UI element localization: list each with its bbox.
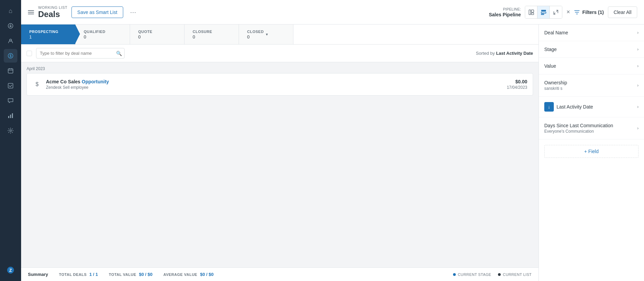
deals-list-area: April 2023 $ Acme Co Sales Opportunity Z… (21, 62, 538, 267)
acme-deal-row[interactable]: $ Acme Co Sales Opportunity Zendesk Sell… (27, 73, 533, 96)
last-activity-filter[interactable]: ↓ Last Activity Date › (539, 97, 644, 117)
prospecting-tab[interactable]: PROSPECTING 1 (21, 24, 76, 44)
summary-label: Summary (28, 272, 48, 277)
tasks-icon[interactable] (4, 79, 17, 93)
svg-point-9 (10, 130, 12, 132)
qualified-tab[interactable]: QUALIFIED 0 (76, 24, 130, 44)
svg-rect-12 (531, 10, 534, 12)
closed-tab[interactable]: CLOSED 0 ▾ (239, 24, 293, 44)
current-list-dot (498, 273, 501, 276)
add-field-button[interactable]: + Field (544, 145, 639, 158)
deal-name-filter-label: Deal Name (544, 30, 637, 35)
current-stage-dot (453, 273, 456, 276)
deals-icon[interactable]: $ (4, 49, 17, 63)
quote-tab[interactable]: QUOTE 0 (130, 24, 184, 44)
days-since-filter-sublabel: Everyone's Communication (544, 129, 637, 134)
days-since-filter-label: Days Since Last Communication (544, 123, 637, 128)
value-filter-label: Value (544, 63, 637, 69)
svg-rect-14 (541, 10, 546, 11)
list-view-btn[interactable] (537, 6, 550, 18)
pipeline-group: PIPELINE: Sales Pipeline (489, 7, 521, 17)
ownership-filter-label: Ownership (544, 80, 637, 85)
days-since-chevron: › (637, 126, 639, 131)
sort-value: Last Activity Date (496, 51, 533, 56)
svg-text:Z: Z (9, 268, 12, 273)
last-activity-filter-label: Last Activity Date (557, 104, 637, 110)
sort-label: Sorted by Last Activity Date (476, 51, 533, 56)
chat-icon[interactable] (4, 94, 17, 108)
view-buttons (525, 6, 562, 19)
april-2023-group: April 2023 $ Acme Co Sales Opportunity Z… (21, 62, 538, 97)
qualified-tab-count: 0 (84, 34, 106, 39)
deal-employee: Zendesk Sell employee (46, 85, 503, 90)
ownership-filter-sublabel: sanskriti s (544, 86, 637, 91)
total-value-val: $0 / $0 (139, 272, 152, 277)
ownership-chevron: › (637, 83, 639, 88)
current-stage-label: CURRENT STAGE (458, 272, 491, 277)
menu-toggle[interactable] (28, 10, 34, 14)
search-icon: 🔍 (116, 51, 122, 56)
pipeline-label: PIPELINE: (503, 7, 521, 11)
deal-name-filter[interactable]: Deal Name › (539, 24, 644, 41)
svg-rect-13 (531, 13, 534, 15)
closed-tab-count: 0 (247, 34, 264, 39)
top-bar: WORKING LIST Deals Save as Smart List ⋯ … (21, 0, 644, 24)
value-chevron: › (637, 64, 639, 68)
total-deals-val: 1 / 1 (90, 272, 98, 277)
page-title: Deals (38, 10, 67, 18)
working-list-label: WORKING LIST (38, 6, 67, 10)
kanban-view-btn[interactable] (525, 6, 537, 18)
import-icon[interactable] (4, 19, 17, 33)
quote-tab-count: 0 (138, 34, 152, 39)
svg-rect-16 (541, 14, 544, 15)
deal-value-info: $0.00 17/04/2023 (507, 79, 527, 90)
avg-value-item: AVERAGE VALUE $0 / $0 (163, 272, 213, 277)
current-list-legend: CURRENT LIST (498, 272, 532, 277)
filters-header: Filters (1) (574, 10, 604, 15)
summary-legend: CURRENT STAGE CURRENT LIST (453, 272, 532, 277)
filters-title: Filters (1) (582, 10, 604, 15)
days-since-filter[interactable]: Days Since Last Communication Everyone's… (539, 117, 644, 139)
closure-tab-count: 0 (193, 34, 212, 39)
svg-rect-15 (541, 12, 546, 13)
prospecting-tab-label: PROSPECTING (29, 29, 59, 34)
closure-tab[interactable]: CLOSURE 0 (184, 24, 239, 44)
prospecting-tab-count: 1 (29, 34, 59, 39)
expand-view-btn[interactable] (550, 6, 562, 18)
filters-panel: Deal Name › Stage › Value › O (538, 24, 644, 281)
closed-tab-chevron: ▾ (266, 32, 268, 37)
value-filter[interactable]: Value › (539, 58, 644, 75)
avg-value-val: $0 / $0 (200, 272, 214, 277)
total-value-item: TOTAL VALUE $0 / $0 (109, 272, 152, 277)
stage-filter[interactable]: Stage › (539, 41, 644, 58)
close-filters-button[interactable]: × (566, 9, 570, 16)
deal-dollar-icon: $ (32, 80, 42, 89)
clear-all-button[interactable]: Clear All (608, 6, 637, 18)
deal-date: 17/04/2023 (507, 85, 527, 90)
svg-text:$: $ (10, 54, 12, 58)
deal-name: Acme Co Sales Opportunity (46, 79, 503, 84)
ownership-filter[interactable]: Ownership sanskriti s › (539, 75, 644, 97)
current-list-label: CURRENT LIST (503, 272, 532, 277)
home-icon[interactable]: ⌂ (4, 4, 17, 18)
svg-rect-5 (8, 83, 13, 88)
summary-bar: Summary TOTAL DEALS 1 / 1 TOTAL VALUE $0… (21, 267, 538, 281)
pipeline-name: Sales Pipeline (489, 12, 521, 17)
stage-chevron: › (637, 47, 639, 52)
select-all-checkbox[interactable] (27, 51, 32, 56)
closure-tab-label: CLOSURE (193, 29, 212, 34)
body-area: PROSPECTING 1 QUALIFIED 0 QUOTE 0 (21, 24, 644, 281)
quote-tab-label: QUOTE (138, 29, 152, 34)
total-deals-item: TOTAL DEALS 1 / 1 (59, 272, 98, 277)
zendesk-logo: Z (4, 263, 17, 277)
svg-rect-4 (8, 69, 13, 73)
reports-icon[interactable] (4, 109, 17, 122)
search-input[interactable] (36, 48, 125, 59)
title-group: WORKING LIST Deals (38, 6, 67, 18)
svg-rect-6 (8, 116, 9, 118)
settings-icon[interactable] (4, 124, 17, 137)
more-options-button[interactable]: ⋯ (127, 7, 139, 17)
contacts-icon[interactable] (4, 34, 17, 48)
calendar-icon[interactable] (4, 64, 17, 78)
save-smart-list-button[interactable]: Save as Smart List (71, 6, 123, 18)
